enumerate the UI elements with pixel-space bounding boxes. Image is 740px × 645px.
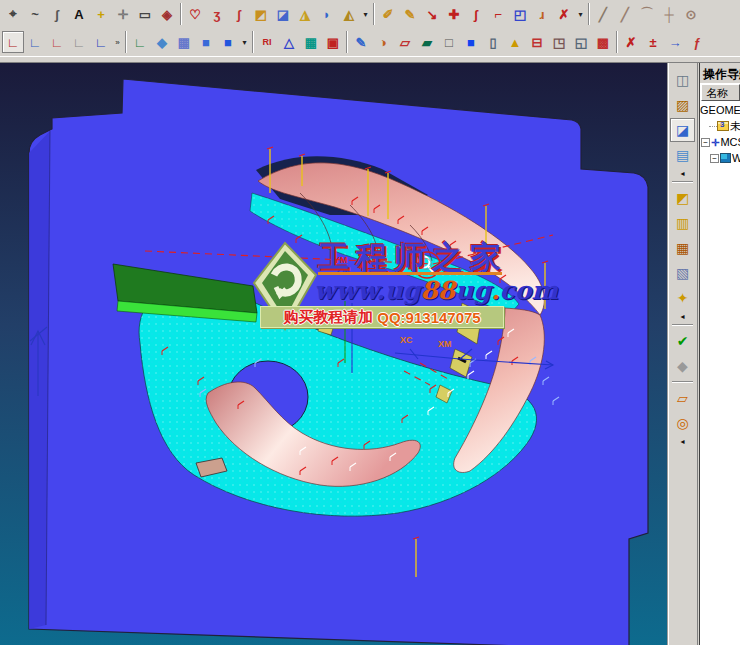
curve-from-bodies-group: ♡ʒʃ◩◪◮◗◭▾ <box>184 3 371 25</box>
cone-icon[interactable]: ▲ <box>504 31 526 53</box>
verify-check-icon[interactable]: ✔ <box>670 329 695 353</box>
angle-measure-icon[interactable]: △ <box>278 31 300 53</box>
paint-parts-icon[interactable]: ◪ <box>670 118 695 142</box>
offset-curve-icon[interactable]: ◩ <box>250 3 272 25</box>
measure-radius-icon[interactable]: ƒ <box>686 31 708 53</box>
graphics-viewport[interactable]: YM ZM XM XC 工程师之家 www.ug88ug.com 购买教程请加Q… <box>0 63 667 645</box>
point-construct-icon[interactable]: + <box>90 3 112 25</box>
rectangle-icon[interactable]: ▭ <box>134 3 156 25</box>
wcs-dynamics-icon[interactable]: ∟ <box>2 31 24 53</box>
rename-ri-icon[interactable]: RI <box>256 31 278 53</box>
chamfer-curve-icon[interactable]: ◰ <box>509 3 531 25</box>
hand-globe-icon[interactable]: ◎ <box>670 411 695 435</box>
ym-axis-label: YM <box>334 255 348 265</box>
postprocess-icon[interactable]: ◆ <box>670 354 695 378</box>
measure-vector-icon[interactable]: → <box>664 31 686 53</box>
circle-icon[interactable]: ⊙ <box>680 3 702 25</box>
divide-curve-icon[interactable]: ✚ <box>443 3 465 25</box>
bounded-plane-icon[interactable]: ▱ <box>394 31 416 53</box>
studio-spline-icon[interactable]: ʃ <box>46 3 68 25</box>
trim-curve-icon[interactable]: ↘ <box>421 3 443 25</box>
tree-row[interactable]: −WORKPIECE <box>700 150 740 166</box>
machining-wizard-icon[interactable]: ▨ <box>670 93 695 117</box>
cascade-windows-icon[interactable]: ◫ <box>670 68 695 92</box>
edit-curve-param-icon[interactable]: ✎ <box>399 3 421 25</box>
tree-expander[interactable]: − <box>710 154 719 163</box>
edit-curve-tools-dropdown-arrow[interactable]: ▾ <box>575 3 586 25</box>
wcs-rotate-icon[interactable]: ∟ <box>24 31 46 53</box>
block-icon[interactable]: ■ <box>460 31 482 53</box>
line-point-icon[interactable]: ╱ <box>614 3 636 25</box>
project-curve-icon[interactable]: ʒ <box>206 3 228 25</box>
machine-bed-icon[interactable]: ▤ <box>670 143 695 167</box>
stretch-curve-icon[interactable]: ɹ <box>531 3 553 25</box>
collapse-arrow-top-icon[interactable]: ◂ <box>670 168 695 178</box>
datum-csys-icon[interactable]: ∟ <box>129 31 151 53</box>
point-set-icon[interactable]: ✛ <box>112 3 134 25</box>
datum-plane-icon[interactable]: ▰ <box>416 31 438 53</box>
viewport-canvas[interactable]: YM ZM XM XC <box>0 63 667 645</box>
tree-row[interactable]: −✛MCS_MILL <box>700 134 740 150</box>
delete-measure-icon[interactable]: ✗ <box>620 31 642 53</box>
wcs-display-icon[interactable]: ∟ <box>90 31 112 53</box>
wcs-origin-icon[interactable]: ∟ <box>46 31 68 53</box>
bridge-curve-icon[interactable]: ♡ <box>184 3 206 25</box>
delete-curve-icon[interactable]: ✗ <box>553 3 575 25</box>
curve-on-surface-icon[interactable]: ◗ <box>316 3 338 25</box>
toolbar-separator <box>616 31 618 53</box>
xc-axis-label: XC <box>400 335 413 345</box>
fillet-curve-icon[interactable]: ⌐ <box>487 3 509 25</box>
sketch-icon[interactable]: ✎ <box>350 31 372 53</box>
save-view-icon[interactable]: ▦ <box>173 31 195 53</box>
arc-icon[interactable]: ⌒ <box>636 3 658 25</box>
new-window-icon[interactable]: ◩ <box>670 186 695 210</box>
trim-sheet-icon[interactable]: ⊟ <box>526 31 548 53</box>
text-icon[interactable]: A <box>68 3 90 25</box>
edit-curve-tools-group: ✐✎↘✚ʃ⌐◰ɹ✗▾ <box>377 3 586 25</box>
tree-row[interactable]: 未用项 <box>700 118 740 134</box>
revolve-icon[interactable]: ◑ <box>372 31 394 53</box>
wireframe-block-icon[interactable]: □ <box>438 31 460 53</box>
line-icon[interactable]: ╱ <box>592 3 614 25</box>
collapse-arrow-mid-icon[interactable]: ◂ <box>670 311 695 321</box>
work-icon <box>720 153 731 163</box>
shaded-cube-icon[interactable]: ■ <box>195 31 217 53</box>
extrude-mini-icon[interactable]: ◆ <box>151 31 173 53</box>
assistant-hand-icon[interactable]: ✦ <box>670 286 695 310</box>
wcs-orient-icon[interactable]: ∟ <box>68 31 90 53</box>
resource-bar: ◫▨◪▤◂◩▥▦▧✦◂✔◆▱◎◂ <box>667 63 698 645</box>
new-notebook-icon[interactable]: ▥ <box>670 211 695 235</box>
edit-curve-icon[interactable]: ✐ <box>377 3 399 25</box>
point-icon[interactable]: ⌖ <box>2 3 24 25</box>
polygon-icon[interactable]: ◈ <box>156 3 178 25</box>
face-analysis-icon[interactable]: ▣ <box>322 31 344 53</box>
section-curve-icon[interactable]: ◪ <box>272 3 294 25</box>
dimension-box-icon[interactable]: ◳ <box>548 31 570 53</box>
xm-axis-label: XM <box>438 339 452 349</box>
boolean-icon[interactable]: ◱ <box>570 31 592 53</box>
tree-expander[interactable]: − <box>701 138 710 147</box>
pattern-face-icon[interactable]: ▩ <box>592 31 614 53</box>
collapse-arrow-bottom-icon[interactable]: ◂ <box>670 436 695 446</box>
curve-length-icon[interactable]: ʃ <box>465 3 487 25</box>
wrap-curve-icon[interactable]: ◭ <box>338 3 360 25</box>
curve-from-bodies-dropdown-arrow[interactable]: ▾ <box>360 3 371 25</box>
arc-point-icon[interactable]: ┼ <box>658 3 680 25</box>
resource-bar-separator <box>672 181 693 183</box>
spline-icon[interactable]: ~ <box>24 3 46 25</box>
cylinder-icon[interactable]: ▯ <box>482 31 504 53</box>
solid-cube-icon[interactable]: ■ <box>217 31 239 53</box>
ruler-machine-icon[interactable]: ▧ <box>670 261 695 285</box>
intersection-curve-icon[interactable]: ʃ <box>228 3 250 25</box>
measure-offset-icon[interactable]: ± <box>642 31 664 53</box>
view-solids-dropdown-arrow[interactable]: ▾ <box>239 31 250 53</box>
name-column-header[interactable]: 名称 <box>701 84 740 101</box>
basic-curves-group: ╱╱⌒┼⊙ <box>592 3 702 25</box>
hand-document-icon[interactable]: ▱ <box>670 386 695 410</box>
wcs-tools-dropdown-arrow[interactable]: » <box>112 31 123 53</box>
calculator-icon[interactable]: ▦ <box>300 31 322 53</box>
tree-row[interactable]: GEOMETRY <box>700 102 740 118</box>
toolbar-separator <box>125 31 127 53</box>
library-book-icon[interactable]: ▦ <box>670 236 695 260</box>
extract-curve-icon[interactable]: ◮ <box>294 3 316 25</box>
